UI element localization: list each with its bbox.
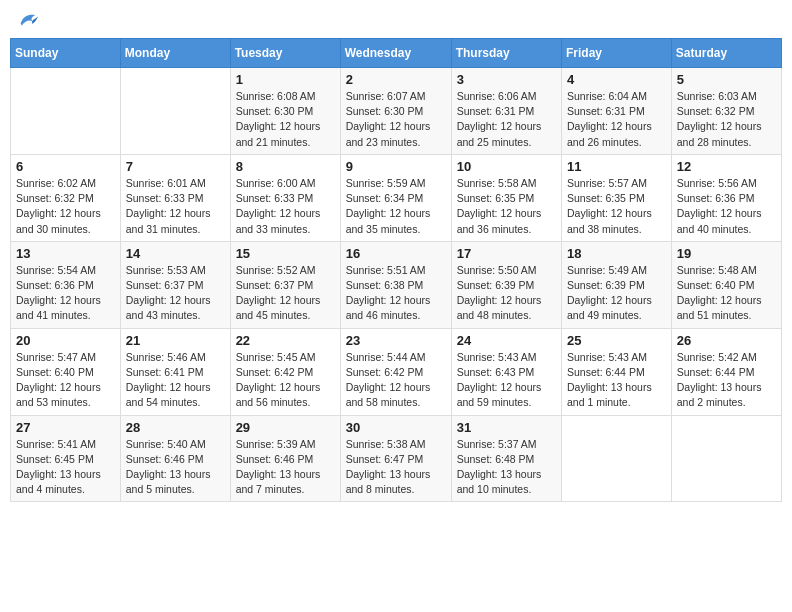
calendar-cell: 14Sunrise: 5:53 AM Sunset: 6:37 PM Dayli…	[120, 241, 230, 328]
calendar-header-row: SundayMondayTuesdayWednesdayThursdayFrid…	[11, 39, 782, 68]
calendar-cell: 9Sunrise: 5:59 AM Sunset: 6:34 PM Daylig…	[340, 154, 451, 241]
calendar-week-row: 13Sunrise: 5:54 AM Sunset: 6:36 PM Dayli…	[11, 241, 782, 328]
calendar-cell: 28Sunrise: 5:40 AM Sunset: 6:46 PM Dayli…	[120, 415, 230, 502]
calendar-cell	[11, 68, 121, 155]
calendar-cell: 24Sunrise: 5:43 AM Sunset: 6:43 PM Dayli…	[451, 328, 561, 415]
day-info: Sunrise: 5:38 AM Sunset: 6:47 PM Dayligh…	[346, 437, 446, 498]
calendar-week-row: 20Sunrise: 5:47 AM Sunset: 6:40 PM Dayli…	[11, 328, 782, 415]
day-info: Sunrise: 6:00 AM Sunset: 6:33 PM Dayligh…	[236, 176, 335, 237]
calendar-cell: 7Sunrise: 6:01 AM Sunset: 6:33 PM Daylig…	[120, 154, 230, 241]
day-number: 11	[567, 159, 666, 174]
calendar-cell: 15Sunrise: 5:52 AM Sunset: 6:37 PM Dayli…	[230, 241, 340, 328]
day-info: Sunrise: 5:51 AM Sunset: 6:38 PM Dayligh…	[346, 263, 446, 324]
calendar-cell: 31Sunrise: 5:37 AM Sunset: 6:48 PM Dayli…	[451, 415, 561, 502]
day-info: Sunrise: 5:48 AM Sunset: 6:40 PM Dayligh…	[677, 263, 776, 324]
calendar-cell: 29Sunrise: 5:39 AM Sunset: 6:46 PM Dayli…	[230, 415, 340, 502]
day-number: 22	[236, 333, 335, 348]
calendar-cell: 19Sunrise: 5:48 AM Sunset: 6:40 PM Dayli…	[671, 241, 781, 328]
calendar-cell: 30Sunrise: 5:38 AM Sunset: 6:47 PM Dayli…	[340, 415, 451, 502]
day-number: 31	[457, 420, 556, 435]
day-number: 12	[677, 159, 776, 174]
calendar-cell: 8Sunrise: 6:00 AM Sunset: 6:33 PM Daylig…	[230, 154, 340, 241]
calendar-cell	[562, 415, 672, 502]
day-info: Sunrise: 5:45 AM Sunset: 6:42 PM Dayligh…	[236, 350, 335, 411]
day-info: Sunrise: 5:56 AM Sunset: 6:36 PM Dayligh…	[677, 176, 776, 237]
day-number: 19	[677, 246, 776, 261]
day-number: 23	[346, 333, 446, 348]
day-number: 15	[236, 246, 335, 261]
day-number: 2	[346, 72, 446, 87]
day-number: 29	[236, 420, 335, 435]
day-info: Sunrise: 6:02 AM Sunset: 6:32 PM Dayligh…	[16, 176, 115, 237]
calendar-cell: 5Sunrise: 6:03 AM Sunset: 6:32 PM Daylig…	[671, 68, 781, 155]
column-header-saturday: Saturday	[671, 39, 781, 68]
day-info: Sunrise: 5:40 AM Sunset: 6:46 PM Dayligh…	[126, 437, 225, 498]
day-number: 1	[236, 72, 335, 87]
day-info: Sunrise: 5:57 AM Sunset: 6:35 PM Dayligh…	[567, 176, 666, 237]
day-info: Sunrise: 5:47 AM Sunset: 6:40 PM Dayligh…	[16, 350, 115, 411]
calendar-cell	[120, 68, 230, 155]
day-number: 4	[567, 72, 666, 87]
page-header	[10, 10, 782, 32]
day-number: 28	[126, 420, 225, 435]
day-info: Sunrise: 5:54 AM Sunset: 6:36 PM Dayligh…	[16, 263, 115, 324]
day-number: 26	[677, 333, 776, 348]
day-number: 7	[126, 159, 225, 174]
column-header-monday: Monday	[120, 39, 230, 68]
calendar-week-row: 27Sunrise: 5:41 AM Sunset: 6:45 PM Dayli…	[11, 415, 782, 502]
day-info: Sunrise: 5:37 AM Sunset: 6:48 PM Dayligh…	[457, 437, 556, 498]
calendar-body: 1Sunrise: 6:08 AM Sunset: 6:30 PM Daylig…	[11, 68, 782, 502]
day-number: 10	[457, 159, 556, 174]
day-number: 6	[16, 159, 115, 174]
calendar-cell: 11Sunrise: 5:57 AM Sunset: 6:35 PM Dayli…	[562, 154, 672, 241]
day-number: 5	[677, 72, 776, 87]
day-info: Sunrise: 6:03 AM Sunset: 6:32 PM Dayligh…	[677, 89, 776, 150]
day-info: Sunrise: 5:43 AM Sunset: 6:43 PM Dayligh…	[457, 350, 556, 411]
day-number: 30	[346, 420, 446, 435]
calendar-cell: 10Sunrise: 5:58 AM Sunset: 6:35 PM Dayli…	[451, 154, 561, 241]
calendar-cell: 25Sunrise: 5:43 AM Sunset: 6:44 PM Dayli…	[562, 328, 672, 415]
day-number: 25	[567, 333, 666, 348]
day-number: 3	[457, 72, 556, 87]
calendar-cell: 20Sunrise: 5:47 AM Sunset: 6:40 PM Dayli…	[11, 328, 121, 415]
day-info: Sunrise: 6:07 AM Sunset: 6:30 PM Dayligh…	[346, 89, 446, 150]
logo-bird-icon	[16, 10, 38, 32]
day-info: Sunrise: 5:53 AM Sunset: 6:37 PM Dayligh…	[126, 263, 225, 324]
column-header-tuesday: Tuesday	[230, 39, 340, 68]
day-info: Sunrise: 5:59 AM Sunset: 6:34 PM Dayligh…	[346, 176, 446, 237]
calendar-cell: 22Sunrise: 5:45 AM Sunset: 6:42 PM Dayli…	[230, 328, 340, 415]
calendar-week-row: 6Sunrise: 6:02 AM Sunset: 6:32 PM Daylig…	[11, 154, 782, 241]
day-info: Sunrise: 6:01 AM Sunset: 6:33 PM Dayligh…	[126, 176, 225, 237]
calendar-cell: 3Sunrise: 6:06 AM Sunset: 6:31 PM Daylig…	[451, 68, 561, 155]
calendar-cell: 23Sunrise: 5:44 AM Sunset: 6:42 PM Dayli…	[340, 328, 451, 415]
column-header-wednesday: Wednesday	[340, 39, 451, 68]
day-info: Sunrise: 5:52 AM Sunset: 6:37 PM Dayligh…	[236, 263, 335, 324]
calendar-cell: 21Sunrise: 5:46 AM Sunset: 6:41 PM Dayli…	[120, 328, 230, 415]
day-info: Sunrise: 5:44 AM Sunset: 6:42 PM Dayligh…	[346, 350, 446, 411]
calendar-cell: 1Sunrise: 6:08 AM Sunset: 6:30 PM Daylig…	[230, 68, 340, 155]
day-info: Sunrise: 5:50 AM Sunset: 6:39 PM Dayligh…	[457, 263, 556, 324]
column-header-thursday: Thursday	[451, 39, 561, 68]
calendar-cell: 2Sunrise: 6:07 AM Sunset: 6:30 PM Daylig…	[340, 68, 451, 155]
calendar-cell: 12Sunrise: 5:56 AM Sunset: 6:36 PM Dayli…	[671, 154, 781, 241]
calendar-week-row: 1Sunrise: 6:08 AM Sunset: 6:30 PM Daylig…	[11, 68, 782, 155]
day-info: Sunrise: 5:43 AM Sunset: 6:44 PM Dayligh…	[567, 350, 666, 411]
calendar-cell: 6Sunrise: 6:02 AM Sunset: 6:32 PM Daylig…	[11, 154, 121, 241]
calendar-cell: 16Sunrise: 5:51 AM Sunset: 6:38 PM Dayli…	[340, 241, 451, 328]
calendar-cell: 27Sunrise: 5:41 AM Sunset: 6:45 PM Dayli…	[11, 415, 121, 502]
calendar-table: SundayMondayTuesdayWednesdayThursdayFrid…	[10, 38, 782, 502]
day-info: Sunrise: 5:58 AM Sunset: 6:35 PM Dayligh…	[457, 176, 556, 237]
day-info: Sunrise: 6:04 AM Sunset: 6:31 PM Dayligh…	[567, 89, 666, 150]
day-number: 8	[236, 159, 335, 174]
day-number: 9	[346, 159, 446, 174]
day-info: Sunrise: 6:08 AM Sunset: 6:30 PM Dayligh…	[236, 89, 335, 150]
day-info: Sunrise: 5:49 AM Sunset: 6:39 PM Dayligh…	[567, 263, 666, 324]
day-number: 13	[16, 246, 115, 261]
day-number: 21	[126, 333, 225, 348]
calendar-cell	[671, 415, 781, 502]
calendar-cell: 13Sunrise: 5:54 AM Sunset: 6:36 PM Dayli…	[11, 241, 121, 328]
calendar-cell: 4Sunrise: 6:04 AM Sunset: 6:31 PM Daylig…	[562, 68, 672, 155]
day-info: Sunrise: 5:39 AM Sunset: 6:46 PM Dayligh…	[236, 437, 335, 498]
day-info: Sunrise: 5:42 AM Sunset: 6:44 PM Dayligh…	[677, 350, 776, 411]
day-number: 27	[16, 420, 115, 435]
